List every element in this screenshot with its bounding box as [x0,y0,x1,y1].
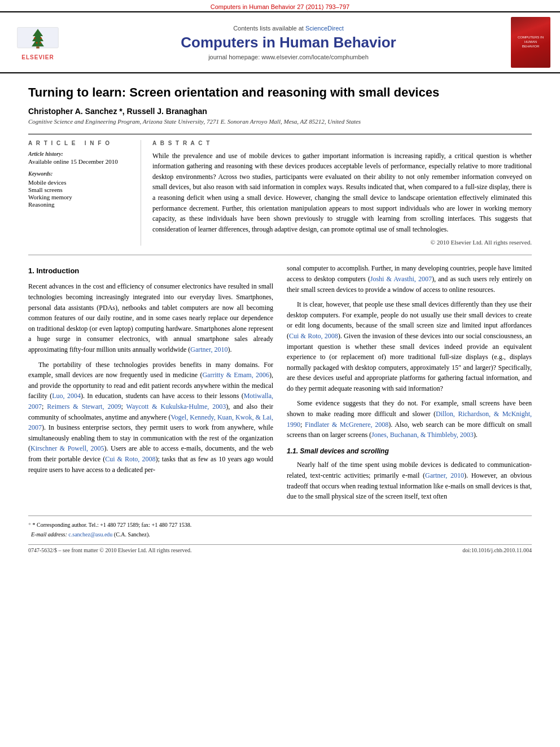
copyright-line: © 2010 Elsevier Ltd. All rights reserved… [152,239,532,246]
intro-heading: 1. Introduction [28,265,273,277]
article-history-label: Article history: [28,151,132,157]
author-affiliation: Cognitive Science and Engineering Progra… [28,118,532,125]
elsevier-brand-text: ELSEVIER [21,54,54,60]
svg-point-5 [36,42,38,43]
keyword-small-screens: Small screens [28,186,132,193]
elsevier-tree-logo [12,25,63,53]
keywords-list: Mobile devices Small screens Working mem… [28,179,132,208]
subsection-para-1: Nearly half of the time spent using mobi… [287,460,532,501]
journal-header: ELSEVIER Contents lists available at Sci… [0,11,560,73]
ref-findlater[interactable]: Findlater & McGrenere, 2008 [305,421,388,429]
article-content: Turning to learn: Screen orientation and… [0,73,560,565]
journal-cover-text: COMPUTERS INHUMANBEHAVIOR [518,36,544,49]
journal-title-center: Contents lists available at ScienceDirec… [75,17,502,68]
svg-rect-2 [36,46,39,49]
footer-issn-text: 0747-5632/$ – see front matter © 2010 El… [28,547,191,553]
journal-cover-thumbnail: COMPUTERS INHUMANBEHAVIOR [508,17,553,68]
contents-text: Contents lists available at [233,25,304,32]
ref-cui-roto-1[interactable]: Cui & Roto, 2008 [105,455,155,463]
article-available-online: Available online 15 December 2010 [28,158,132,165]
ref-joshi[interactable]: Joshi & Avasthi, 2007 [370,275,432,283]
journal-citation-banner: Computers in Human Behavior 27 (2011) 79… [0,0,560,11]
keyword-reasoning: Reasoning [28,201,132,208]
sciencedirect-link[interactable]: ScienceDirect [305,25,344,32]
footer-bottom-bar: 0747-5632/$ – see front matter © 2010 El… [28,544,532,553]
footer-doi-text: doi:10.1016/j.chb.2010.11.004 [462,547,532,553]
ref-cui-roto-2[interactable]: Cui & Roto, 2008 [289,332,338,340]
keywords-label: Keywords: [28,171,132,177]
body-two-col: 1. Introduction Recent advances in the c… [28,263,532,506]
ref-garritty[interactable]: Garritty & Emam, 2006 [202,371,269,379]
ref-gartner-2010-1[interactable]: Gartner, 2010 [190,346,228,353]
abstract-text: While the prevalence and use of mobile d… [152,151,532,235]
right-para-3: Some evidence suggests that they do not.… [287,398,532,440]
svg-point-4 [40,37,42,39]
article-info-abstract-row: A R T I C L E I N F O Article history: A… [28,140,532,246]
subsection-1-1-heading: 1.1. Small devices and scrolling [287,446,532,457]
footnote-email-link[interactable]: c.sanchez@asu.edu [68,531,112,538]
right-para-2: It is clear, however, that people use th… [287,299,532,394]
intro-para-1: Recent advances in the cost and efficien… [28,281,273,355]
footnote-corresponding-author: * * Corresponding author. Tel.: +1 480 7… [28,521,532,529]
journal-main-title: Computers in Human Behavior [75,34,502,51]
body-divider [28,255,532,255]
keyword-mobile-devices: Mobile devices [28,179,132,186]
article-authors: Christopher A. Sanchez *, Russell J. Bra… [28,107,532,116]
contents-available-text: Contents lists available at ScienceDirec… [75,25,502,32]
article-info-column: A R T I C L E I N F O Article history: A… [28,140,141,246]
ref-vogel[interactable]: Vogel, Kennedy, Kuan, Kwok, & Lai, 2007 [28,413,273,432]
page-wrapper: Computers in Human Behavior 27 (2011) 79… [0,0,560,565]
ref-luo[interactable]: Luo, 2004 [52,392,81,400]
footnote-phone-text: * Corresponding author. Tel.: +1 480 727… [33,522,192,528]
ref-waycott[interactable]: Waycott & Kukulska-Hulme, 2003 [126,403,226,410]
ref-jones[interactable]: Jones, Buchanan, & Thimbleby, 2003 [371,431,474,439]
header-divider [28,134,532,134]
ref-kirschner[interactable]: Kirschner & Powell, 2005 [30,444,104,452]
svg-point-3 [34,37,36,39]
abstract-column: A B S T R A C T While the prevalence and… [152,140,532,246]
ref-reimers[interactable]: Reimers & Stewart, 2009 [47,403,121,410]
keyword-working-memory: Working memory [28,194,132,200]
footnote-email-label: E-mail address: [31,531,67,538]
intro-para-2: The portability of these technologies pr… [28,360,273,475]
footnote-email: E-mail address: c.sanchez@asu.edu (C.A. … [28,530,532,539]
right-para-1: sonal computer to accomplish. Further, i… [287,263,532,295]
article-info-label: A R T I C L E I N F O [28,140,132,146]
svg-point-6 [40,42,41,43]
asterisk-symbol: * [28,522,31,528]
article-title: Turning to learn: Screen orientation and… [28,85,532,101]
elsevier-logo-container: ELSEVIER [7,17,69,68]
ref-gartner-2010-2[interactable]: Gartner, 2010 [425,471,464,479]
body-right-column: sonal computer to accomplish. Further, i… [287,263,532,506]
journal-homepage-url: journal homepage: www.elsevier.com/locat… [75,54,502,60]
footnote-email-name: (C.A. Sanchez). [114,531,150,538]
journal-citation-text: Computers in Human Behavior 27 (2011) 79… [211,3,349,10]
journal-cover-image: COMPUTERS INHUMANBEHAVIOR [511,17,550,68]
page-footer: * * Corresponding author. Tel.: +1 480 7… [28,516,532,553]
body-left-column: 1. Introduction Recent advances in the c… [28,263,273,506]
abstract-label: A B S T R A C T [152,140,532,146]
